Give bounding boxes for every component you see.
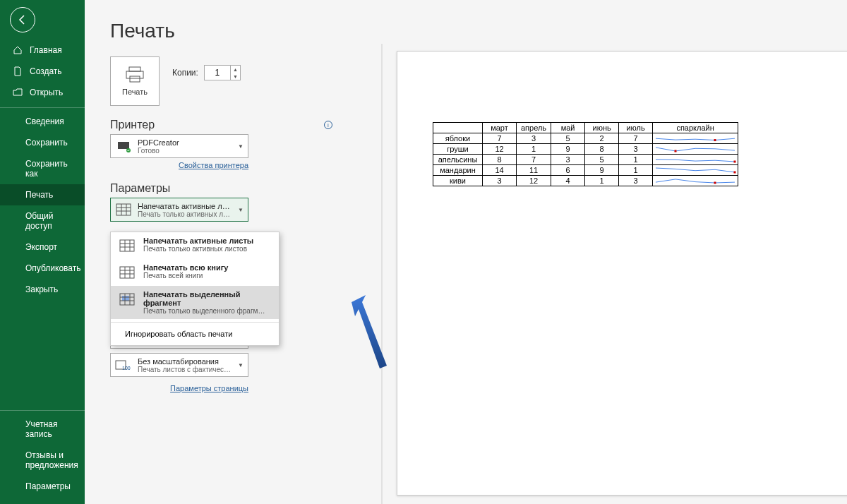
sidebar-item-label: Опубликовать (25, 263, 80, 273)
printer-select[interactable]: PDFCreator Готово ▼ (110, 134, 248, 158)
sidebar-item-save[interactable]: Сохранить (0, 132, 85, 153)
sidebar-item-label: Закрыть (25, 284, 58, 294)
svg-rect-15 (120, 267, 134, 278)
sidebar-item-label: Отзывы и предложения (25, 450, 78, 470)
table-cell: 7 (619, 133, 653, 144)
table-cell: 11 (517, 165, 551, 176)
sidebar-item-feedback[interactable]: Отзывы и предложения (0, 445, 85, 476)
sidebar-item-export[interactable]: Экспорт (0, 236, 85, 258)
backstage-main: Печать Печать Копии: ▲▼ Принтер i (85, 0, 847, 504)
document-icon (13, 66, 23, 76)
printer-name: PDFCreator (138, 138, 232, 147)
printer-device-icon (115, 138, 132, 155)
table-cell: 7 (517, 155, 551, 165)
selection-icon (118, 290, 136, 308)
copies-down[interactable]: ▼ (231, 73, 240, 80)
backstage-sidebar: Главная Создать Открыть Сведения Сохрани… (0, 0, 85, 504)
sidebar-item-home[interactable]: Главная (0, 40, 85, 61)
popup-option-whole-book[interactable]: Напечатать всю книгуПечать всей книги (111, 259, 279, 286)
table-cell: 3 (517, 133, 551, 144)
table-cell: 2 (585, 133, 619, 144)
sidebar-item-account[interactable]: Учетная запись (0, 410, 85, 445)
table-cell: 9 (585, 165, 619, 176)
printer-icon (125, 66, 145, 83)
svg-rect-34 (734, 172, 736, 174)
scale-sub: Печать листов с фактичес… (138, 366, 232, 373)
preview-table: мартапрельмайиюньиюльспарклайн яблоки735… (433, 122, 738, 186)
svg-rect-3 (118, 142, 129, 149)
row-name: мандарин (433, 165, 483, 176)
folder-open-icon (13, 88, 23, 97)
table-cell: 12 (517, 176, 551, 186)
copies-input[interactable] (205, 66, 230, 80)
printer-properties-link[interactable]: Свойства принтера (110, 161, 248, 169)
table-cell: 6 (551, 165, 585, 176)
popup-ignore-print-area[interactable]: Игнорировать область печати (111, 325, 279, 342)
table-cell: 3 (619, 176, 653, 186)
svg-rect-0 (129, 67, 140, 71)
sidebar-item-label: Сохранить (25, 138, 68, 148)
sidebar-item-save-as[interactable]: Сохранить как (0, 153, 85, 184)
sidebar-item-label: Учетная запись (25, 419, 73, 439)
table-cell: 5 (551, 133, 585, 144)
copies-up[interactable]: ▲ (231, 66, 240, 73)
page-setup-link[interactable]: Параметры страницы (110, 384, 248, 392)
popup-option-active-sheets[interactable]: Напечатать активные листыПечать только а… (111, 232, 279, 259)
preview-page: мартапрельмайиюньиюльспарклайн яблоки735… (397, 51, 847, 496)
print-range-select[interactable]: Напечатать активные листы Печать только … (110, 198, 248, 222)
print-settings-column: Печать Копии: ▲▼ Принтер i PDFCreator Го… (110, 56, 332, 392)
table-header: июнь (585, 123, 619, 133)
scale-icon: 100 (115, 356, 132, 373)
table-cell: 1 (517, 144, 551, 155)
scaling-select[interactable]: 100 Без масштабирования Печать листов с … (110, 353, 248, 377)
copies-spinner[interactable]: ▲▼ (204, 65, 241, 80)
table-row: апельсины87351 (433, 155, 738, 165)
sparkline-cell (653, 133, 738, 144)
row-name: груши (433, 144, 483, 155)
sidebar-item-options[interactable]: Параметры (0, 476, 85, 497)
table-row: мандарин1411691 (433, 165, 738, 176)
sparkline-cell (653, 176, 738, 186)
sidebar-item-info[interactable]: Сведения (0, 107, 85, 132)
sidebar-item-print[interactable]: Печать (0, 184, 85, 205)
sparkline-cell (653, 165, 738, 176)
copies-label: Копии: (172, 68, 198, 78)
print-preview: мартапрельмайиюньиюльспарклайн яблоки735… (381, 44, 847, 504)
sidebar-item-share[interactable]: Общий доступ (0, 205, 85, 236)
chevron-down-icon: ▼ (238, 362, 244, 368)
table-cell: 1 (619, 155, 653, 165)
table-header (433, 123, 483, 133)
sidebar-item-label: Экспорт (25, 242, 57, 252)
chevron-down-icon: ▼ (238, 143, 244, 150)
row-name: киви (433, 176, 483, 186)
sidebar-item-open[interactable]: Открыть (0, 82, 85, 103)
print-range-popup: Напечатать активные листыПечать только а… (110, 232, 280, 346)
table-row: киви312413 (433, 176, 738, 186)
svg-rect-31 (714, 139, 716, 141)
svg-rect-5 (116, 204, 131, 215)
svg-rect-2 (130, 76, 140, 82)
sidebar-item-label: Сведения (25, 116, 64, 126)
sidebar-item-close[interactable]: Закрыть (0, 279, 85, 300)
table-row: груши121983 (433, 144, 738, 155)
sidebar-item-label: Создать (30, 66, 62, 76)
table-cell: 3 (483, 176, 517, 186)
print-button[interactable]: Печать (110, 56, 160, 106)
table-header: апрель (517, 123, 551, 133)
svg-rect-10 (120, 240, 134, 251)
table-cell: 12 (483, 144, 517, 155)
back-button[interactable] (10, 7, 35, 32)
sidebar-item-publish[interactable]: Опубликовать (0, 258, 85, 279)
sidebar-item-create[interactable]: Создать (0, 61, 85, 82)
popup-option-selection[interactable]: Напечатать выделенный фрагментПечать тол… (111, 286, 279, 319)
range-title: Напечатать активные листы (138, 202, 232, 210)
table-cell: 7 (483, 133, 517, 144)
settings-heading: Параметры (110, 182, 332, 195)
printer-info-icon[interactable]: i (324, 121, 332, 129)
printer-status: Готово (138, 147, 232, 155)
table-cell: 5 (585, 155, 619, 165)
table-cell: 8 (483, 155, 517, 165)
svg-rect-1 (126, 71, 143, 78)
svg-text:100: 100 (122, 366, 131, 371)
sidebar-item-label: Параметры (25, 481, 71, 491)
